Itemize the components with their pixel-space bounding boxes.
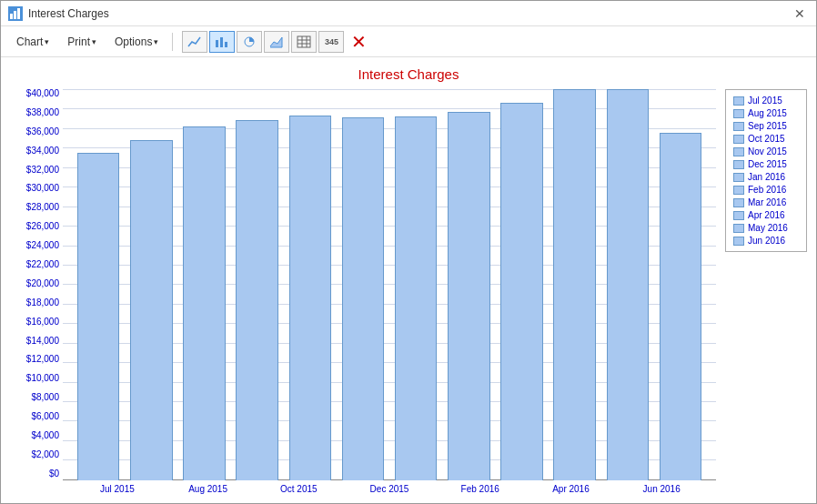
- bar: [553, 89, 596, 480]
- y-axis: $40,000 $38,000 $36,000 $34,000 $32,000 …: [10, 89, 63, 480]
- legend-item-may2016: May 2016: [733, 223, 799, 233]
- bar: [77, 153, 120, 480]
- svg-rect-4: [220, 37, 223, 47]
- bar: [236, 120, 278, 480]
- legend-item-dec2015: Dec 2015: [733, 159, 799, 169]
- bar: [289, 116, 332, 480]
- bar-chart-button[interactable]: [209, 31, 235, 53]
- chart-area: $40,000 $38,000 $36,000 $34,000 $32,000 …: [10, 89, 716, 494]
- svg-rect-2: [17, 8, 20, 19]
- legend-item-mar2016: Mar 2016: [733, 197, 799, 207]
- legend-color: [733, 96, 744, 106]
- bar-feb2016: [442, 89, 495, 480]
- bar-jun2016: [654, 89, 707, 480]
- svg-rect-5: [225, 42, 227, 47]
- pie-chart-button[interactable]: [237, 31, 262, 53]
- main-window: Interest Charges ✕ Chart ▾ Print ▾ Optio…: [0, 0, 817, 504]
- legend-color: [733, 198, 744, 207]
- x-label-jul2015: Jul 2015: [72, 484, 163, 494]
- legend-item-aug2015: Aug 2015: [733, 108, 799, 118]
- x-label-jun2016: Jun 2016: [616, 484, 707, 494]
- bar-mar2016: [495, 89, 548, 480]
- legend-item-jan2016: Jan 2016: [733, 172, 799, 182]
- area-chart-button[interactable]: [264, 31, 289, 53]
- legend-item-feb2016: Feb 2016: [733, 185, 799, 195]
- bar-apr2016: [549, 89, 601, 480]
- close-button[interactable]: ✕: [791, 6, 809, 21]
- legend-color: [733, 224, 744, 233]
- window-icon: [8, 6, 23, 21]
- print-menu[interactable]: Print ▾: [59, 32, 105, 52]
- options-menu[interactable]: Options ▾: [106, 32, 166, 52]
- svg-rect-0: [10, 14, 13, 19]
- table-button[interactable]: [291, 31, 317, 53]
- x-label-aug2015: Aug 2015: [163, 484, 254, 494]
- legend-color: [733, 186, 744, 195]
- chart-menu-chevron: ▾: [45, 37, 49, 46]
- x-axis: Jul 2015 Aug 2015 Oct 2015 Dec 2015 Feb …: [63, 480, 716, 494]
- svg-rect-1: [14, 11, 16, 19]
- bar: [448, 112, 490, 480]
- toolbar: 345 ✕: [182, 31, 371, 53]
- chart-container: $40,000 $38,000 $36,000 $34,000 $32,000 …: [10, 89, 807, 494]
- options-menu-chevron: ▾: [154, 37, 158, 46]
- x-label-oct2015: Oct 2015: [253, 484, 344, 494]
- legend-color: [733, 122, 744, 131]
- line-chart-button[interactable]: [182, 31, 207, 53]
- bar: [130, 140, 173, 480]
- bar: [342, 117, 385, 480]
- toolbar-separator: [172, 33, 173, 51]
- x-label-dec2015: Dec 2015: [344, 484, 435, 494]
- title-bar: Interest Charges ✕: [1, 1, 816, 26]
- bar: [395, 116, 438, 480]
- legend-item-sep2015: Sep 2015: [733, 121, 799, 131]
- legend-color: [733, 160, 744, 169]
- bar-jan2016: [389, 89, 442, 480]
- legend-color: [733, 147, 744, 156]
- window-title: Interest Charges: [28, 7, 109, 20]
- bar-aug2015: [125, 89, 177, 480]
- bar: [607, 89, 650, 480]
- legend-item-jun2016: Jun 2016: [733, 236, 799, 246]
- bars-row: [63, 89, 716, 480]
- print-menu-chevron: ▾: [92, 37, 96, 46]
- chart-legend: Jul 2015 Aug 2015 Sep 2015 Oct 2015 Nov …: [725, 89, 807, 252]
- delete-button[interactable]: ✕: [346, 31, 371, 53]
- legend-item-nov2015: Nov 2015: [733, 146, 799, 156]
- legend-item-jul2015: Jul 2015: [733, 96, 799, 106]
- x-label-feb2016: Feb 2016: [435, 484, 526, 494]
- legend-item-oct2015: Oct 2015: [733, 134, 799, 144]
- legend-color: [733, 135, 744, 144]
- bar: [500, 103, 543, 480]
- bar: [183, 126, 226, 480]
- chart-title: Interest Charges: [10, 66, 807, 82]
- legend-color: [733, 109, 744, 118]
- bar-nov2015: [284, 89, 337, 480]
- data-view-button[interactable]: 345: [318, 31, 344, 53]
- legend-color: [733, 237, 744, 246]
- legend-color: [733, 173, 744, 182]
- svg-rect-3: [216, 40, 218, 47]
- bar-dec2015: [337, 89, 389, 480]
- bar: [660, 133, 702, 480]
- bars-area: [63, 89, 716, 480]
- chart-menu[interactable]: Chart ▾: [8, 32, 57, 52]
- legend-color: [733, 211, 744, 220]
- legend-item-apr2016: Apr 2016: [733, 210, 799, 220]
- content-area: Interest Charges $40,000 $38,000 $36,000…: [1, 57, 816, 503]
- x-label-apr2016: Apr 2016: [526, 484, 617, 494]
- menu-bar: Chart ▾ Print ▾ Options ▾: [1, 26, 816, 57]
- bar-jul2015: [72, 89, 125, 480]
- svg-rect-7: [298, 36, 310, 47]
- bar-oct2015: [231, 89, 284, 480]
- bar-sep2015: [177, 89, 230, 480]
- bar-may2016: [601, 89, 654, 480]
